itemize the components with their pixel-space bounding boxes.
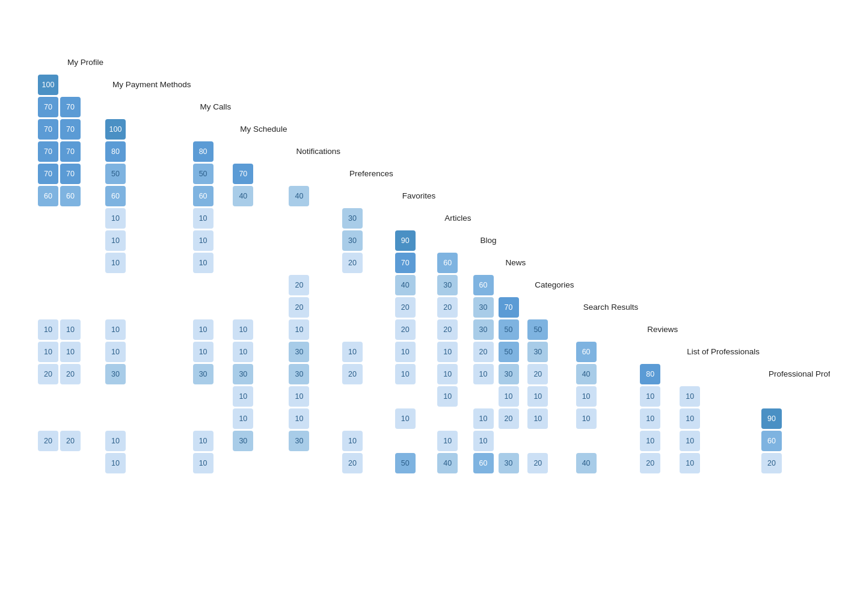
- matrix-cell: 50: [395, 453, 416, 473]
- matrix-cell: [105, 297, 126, 318]
- row-label: Blog: [473, 230, 497, 251]
- matrix-cell: 20: [342, 253, 363, 273]
- matrix-cell: 10: [680, 386, 700, 407]
- matrix-cell: 40: [576, 364, 597, 384]
- matrix-cell: 10: [395, 408, 416, 429]
- matrix-cell: 10: [342, 431, 363, 451]
- matrix-cell: 10: [60, 319, 81, 340]
- matrix-cell: 50: [527, 319, 548, 340]
- matrix-cell: [60, 386, 81, 407]
- matrix-cell: [289, 230, 309, 251]
- matrix-cell: 10: [395, 342, 416, 362]
- matrix-cell: 10: [640, 408, 660, 429]
- matrix-cell: 10: [193, 253, 213, 273]
- matrix-cell: 50: [499, 319, 519, 340]
- matrix-cell: [233, 253, 253, 273]
- matrix-cell: 100: [105, 119, 126, 140]
- matrix-cell: 30: [289, 342, 309, 362]
- matrix-cell: [395, 386, 416, 407]
- matrix-cell: 10: [193, 342, 213, 362]
- matrix-cell: 10: [105, 342, 126, 362]
- matrix-cell: 70: [38, 119, 58, 140]
- row-label: Search Results: [576, 297, 639, 318]
- matrix-cell: [105, 408, 126, 429]
- matrix-cell: 10: [193, 431, 213, 451]
- matrix-cell: 10: [289, 386, 309, 407]
- matrix-container: My Profile100My Payment Methods7070My Ca…: [36, 51, 830, 475]
- matrix-cell: [38, 253, 58, 273]
- matrix-cell: 40: [576, 453, 597, 473]
- matrix-cell: [342, 297, 363, 318]
- row-label: Categories: [527, 275, 574, 295]
- matrix-cell: 10: [527, 408, 548, 429]
- matrix-cell: 70: [60, 119, 81, 140]
- row-label: List of Professionals: [680, 342, 760, 362]
- matrix-cell: [60, 275, 81, 295]
- matrix-cell: [342, 275, 363, 295]
- matrix-cell: [38, 453, 58, 473]
- matrix-cell: 10: [680, 453, 700, 473]
- matrix-cell: 30: [193, 364, 213, 384]
- matrix-cell: [38, 386, 58, 407]
- matrix-cell: 30: [499, 364, 519, 384]
- matrix-cell: 60: [38, 186, 58, 206]
- matrix-cell: 70: [60, 97, 81, 117]
- matrix-cell: 70: [38, 97, 58, 117]
- row-label: My Schedule: [233, 119, 287, 140]
- matrix-cell: 10: [289, 408, 309, 429]
- row-label: My Profile: [60, 52, 103, 73]
- matrix-cell: 30: [473, 319, 494, 340]
- matrix-cell: [60, 253, 81, 273]
- matrix-cell: 30: [289, 431, 309, 451]
- matrix-cell: 70: [60, 141, 81, 162]
- matrix-cell: 20: [527, 453, 548, 473]
- matrix-cell: [193, 275, 213, 295]
- matrix-cell: 60: [473, 453, 494, 473]
- matrix-cell: 10: [680, 408, 700, 429]
- matrix-cell: 10: [193, 230, 213, 251]
- matrix-cell: [38, 408, 58, 429]
- matrix-cell: 20: [395, 297, 416, 318]
- matrix-cell: 30: [342, 230, 363, 251]
- matrix-cell: 20: [527, 364, 548, 384]
- matrix-cell: 10: [527, 386, 548, 407]
- matrix-cell: 10: [233, 386, 253, 407]
- row-label: My Calls: [193, 97, 232, 117]
- matrix-cell: [233, 297, 253, 318]
- matrix-cell: 80: [105, 141, 126, 162]
- matrix-cell: 10: [193, 453, 213, 473]
- row-label: Articles: [437, 208, 471, 229]
- matrix-cell: 10: [105, 208, 126, 229]
- matrix-cell: 20: [499, 408, 519, 429]
- matrix-cell: 50: [499, 342, 519, 362]
- matrix-cell: [60, 208, 81, 229]
- row-label: Reviews: [640, 319, 678, 340]
- matrix-cell: [395, 431, 416, 451]
- matrix-cell: [38, 275, 58, 295]
- matrix-cell: 20: [640, 453, 660, 473]
- matrix-cell: 30: [473, 297, 494, 318]
- matrix-cell: 60: [60, 186, 81, 206]
- matrix-cell: 60: [193, 186, 213, 206]
- row-label: Notifications: [289, 141, 340, 162]
- matrix-cell: [233, 230, 253, 251]
- matrix-cell: 30: [289, 364, 309, 384]
- matrix-cell: 10: [640, 386, 660, 407]
- matrix-cell: [60, 297, 81, 318]
- matrix-cell: 30: [105, 364, 126, 384]
- matrix-cell: [193, 408, 213, 429]
- matrix-cell: 20: [342, 453, 363, 473]
- matrix-cell: [233, 275, 253, 295]
- similarity-matrix: My Profile100My Payment Methods7070My Ca…: [36, 51, 830, 475]
- matrix-cell: 10: [473, 431, 494, 451]
- matrix-cell: 70: [60, 164, 81, 184]
- matrix-cell: [60, 453, 81, 473]
- matrix-cell: 60: [761, 431, 782, 451]
- matrix-cell: 60: [473, 275, 494, 295]
- matrix-cell: 10: [640, 431, 660, 451]
- matrix-cell: 10: [193, 208, 213, 229]
- matrix-cell: 10: [576, 408, 597, 429]
- matrix-cell: 60: [105, 186, 126, 206]
- matrix-cell: 10: [105, 431, 126, 451]
- matrix-cell: 20: [437, 319, 458, 340]
